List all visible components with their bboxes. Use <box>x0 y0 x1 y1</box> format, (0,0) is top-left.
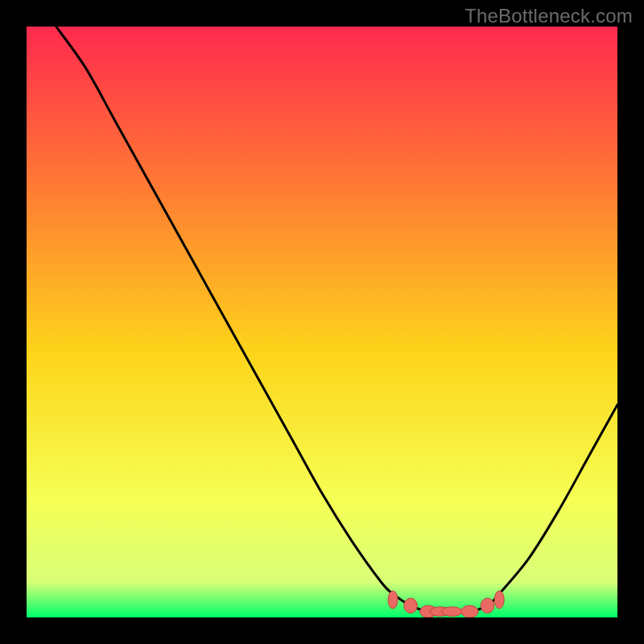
svg-rect-0 <box>27 27 617 617</box>
gradient-background <box>27 27 617 617</box>
watermark-label: TheBottleneck.com <box>464 5 633 27</box>
chart-frame: TheBottleneck.com <box>0 0 644 644</box>
